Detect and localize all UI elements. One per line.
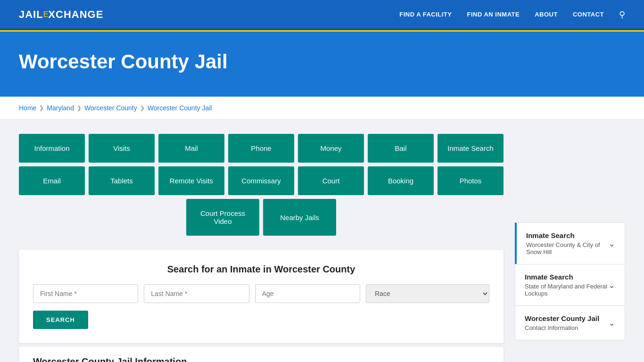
nav-contact[interactable]: CONTACT: [573, 11, 604, 18]
breadcrumb-sep-3: ❯: [140, 105, 145, 111]
bail-btn[interactable]: Bail: [368, 134, 434, 163]
page-title: Worcester County Jail: [19, 50, 625, 73]
remote-visits-btn[interactable]: Remote Visits: [158, 166, 224, 195]
mail-btn[interactable]: Mail: [158, 134, 224, 163]
sidebar-card-text-state: Inmate Search State of Maryland and Fede…: [525, 273, 608, 297]
sidebar-card-subtitle-state: State of Maryland and Federal Lockups: [525, 283, 608, 297]
phone-btn[interactable]: Phone: [228, 134, 294, 163]
button-row-2: Email Tablets Remote Visits Commissary C…: [19, 166, 504, 195]
logo-x-text: E: [43, 10, 49, 19]
sidebar-card-contact-info[interactable]: Worcester County Jail Contact Informatio…: [515, 305, 625, 340]
breadcrumb-current: Worcester County Jail: [148, 104, 212, 112]
breadcrumb-home[interactable]: Home: [19, 104, 36, 112]
search-fields: Race White Black Hispanic Asian Other: [33, 284, 489, 303]
chevron-down-icon-local: ⌄: [608, 239, 615, 249]
sidebar-card-inmate-search-local[interactable]: Inmate Search Worcester County & City of…: [515, 222, 625, 264]
button-row-1: Information Visits Mail Phone Money Bail…: [19, 134, 504, 163]
photos-btn[interactable]: Photos: [438, 166, 504, 195]
breadcrumb-sep-2: ❯: [77, 105, 82, 111]
last-name-input[interactable]: [144, 284, 249, 303]
breadcrumb-maryland[interactable]: Maryland: [47, 104, 74, 112]
information-btn[interactable]: Information: [19, 134, 85, 163]
court-process-video-btn[interactable]: Court Process Video: [186, 199, 259, 236]
visits-btn[interactable]: Visits: [89, 134, 155, 163]
left-column: Information Visits Mail Phone Money Bail…: [19, 134, 504, 362]
sidebar-card-subtitle-local: Worcester County & City of Snow Hill: [526, 241, 608, 255]
right-sidebar: Inmate Search Worcester County & City of…: [515, 222, 625, 340]
sidebar-card-subtitle-contact: Contact Information: [525, 324, 599, 331]
sidebar-card-title-state: Inmate Search: [525, 273, 608, 281]
commissary-btn[interactable]: Commissary: [228, 166, 294, 195]
sidebar-card-title-local: Inmate Search: [526, 231, 608, 239]
nav-about[interactable]: ABOUT: [535, 11, 558, 18]
sidebar-card-text-local: Inmate Search Worcester County & City of…: [526, 231, 608, 255]
logo-jail-text: JAIL: [19, 8, 43, 21]
main-content: Information Visits Mail Phone Money Bail…: [0, 120, 644, 362]
search-icon-button[interactable]: ⚲: [619, 9, 625, 20]
bottom-info-section: Worcester County Jail Information: [19, 347, 504, 362]
chevron-down-icon-state: ⌄: [608, 280, 615, 290]
booking-btn[interactable]: Booking: [368, 166, 434, 195]
sidebar-card-text-contact: Worcester County Jail Contact Informatio…: [525, 314, 599, 331]
breadcrumb-worcester-county[interactable]: Worcester County: [84, 104, 137, 112]
tablets-btn[interactable]: Tablets: [89, 166, 155, 195]
sidebar-card-inmate-search-state[interactable]: Inmate Search State of Maryland and Fede…: [515, 264, 625, 305]
court-btn[interactable]: Court: [298, 166, 364, 195]
bottom-info-title: Worcester County Jail Information: [33, 356, 489, 362]
breadcrumb: Home ❯ Maryland ❯ Worcester County ❯ Wor…: [0, 97, 644, 120]
sidebar-card-title-contact: Worcester County Jail: [525, 314, 599, 322]
nav: FIND A FACILITY FIND AN INMATE ABOUT CON…: [399, 9, 625, 20]
first-name-input[interactable]: [33, 284, 138, 303]
header: JAILEXCHANGE FIND A FACILITY FIND AN INM…: [0, 0, 644, 30]
nav-find-a-facility[interactable]: FIND A FACILITY: [399, 11, 452, 18]
nav-find-an-inmate[interactable]: FIND AN INMATE: [467, 11, 520, 18]
inmate-search-btn[interactable]: Inmate Search: [438, 134, 504, 163]
search-button[interactable]: SEARCH: [33, 311, 88, 329]
age-input[interactable]: [255, 284, 360, 303]
chevron-down-icon-contact: ⌄: [608, 318, 615, 328]
inmate-search-box: Search for an Inmate in Worcester County…: [19, 250, 504, 343]
search-title: Search for an Inmate in Worcester County: [33, 264, 489, 275]
button-row-3: Court Process Video Nearby Jails: [19, 199, 504, 236]
email-btn[interactable]: Email: [19, 166, 85, 195]
hero-section: Worcester County Jail: [0, 32, 644, 97]
race-select[interactable]: Race White Black Hispanic Asian Other: [366, 284, 489, 303]
logo-exchange-text: XCHANGE: [48, 8, 103, 21]
money-btn[interactable]: Money: [298, 134, 364, 163]
breadcrumb-sep-1: ❯: [39, 105, 44, 111]
logo[interactable]: JAILEXCHANGE: [19, 8, 103, 21]
button-grid: Information Visits Mail Phone Money Bail…: [19, 134, 504, 236]
nearby-jails-btn[interactable]: Nearby Jails: [263, 199, 336, 236]
